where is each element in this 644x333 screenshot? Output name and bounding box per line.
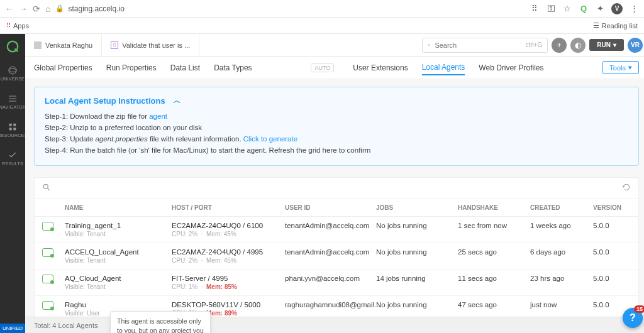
clock-button[interactable]: ◐ xyxy=(570,38,586,53)
svg-rect-7 xyxy=(13,128,16,130)
lock-icon: 🔒 xyxy=(55,4,64,13)
agent-resources: CPU: 1% · Mem: 85% xyxy=(172,283,285,290)
table-row[interactable]: Training_agent_1Visible: Tenant EC2AMAZ-… xyxy=(35,217,638,243)
agent-user: phani.yvn@accelq.com xyxy=(285,275,376,282)
chevron-down-icon: ▾ xyxy=(628,63,632,72)
apps-icon: ⠿ xyxy=(6,22,11,29)
table-search-icon[interactable] xyxy=(42,183,51,194)
tab-data-types[interactable]: Data Types xyxy=(214,61,252,75)
table-row[interactable]: AQ_Cloud_AgentVisible: Tenant FIT-Server… xyxy=(35,270,638,296)
reload-icon[interactable]: ⟳ xyxy=(33,4,40,14)
col-host[interactable]: HOST / PORT xyxy=(172,204,285,211)
svg-point-2 xyxy=(9,67,16,74)
bookmark-bar: ⠿ Apps ☰ Reading list xyxy=(0,18,644,34)
svg-rect-5 xyxy=(13,124,16,126)
table-row[interactable]: ACCELQ_Local_AgentVisible: Tenant EC2AMA… xyxy=(35,243,638,270)
run-button[interactable]: RUN▾ xyxy=(589,39,624,51)
tools-button[interactable]: Tools▾ xyxy=(602,61,639,74)
col-jobs[interactable]: JOBS xyxy=(376,204,458,211)
search-icon xyxy=(428,41,431,49)
rail-resources[interactable]: RESOURCES xyxy=(0,116,25,144)
agent-link[interactable]: agent xyxy=(149,112,167,120)
agent-name: Training_agent_1 xyxy=(65,222,172,229)
agent-handshake: 1 sec from now xyxy=(458,222,530,229)
global-search[interactable]: ctrl+G xyxy=(422,38,548,53)
resource-tabs: Global Properties Run Properties Data Li… xyxy=(25,57,644,79)
tab-local-agents[interactable]: Local Agents xyxy=(422,60,465,75)
rail-results[interactable]: RESULTS xyxy=(0,144,25,172)
agent-created: 6 days ago xyxy=(530,248,593,256)
grid-icon xyxy=(34,41,42,49)
agent-user: raghuraghamnudi08@gmail... xyxy=(285,301,376,308)
agent-user: tenantAdmin@accelq.com xyxy=(285,222,376,229)
agent-version: 5.0.0 xyxy=(593,301,631,308)
agent-jobs: No jobs running xyxy=(376,301,458,308)
help-button[interactable]: ? 15 xyxy=(623,308,643,328)
svg-line-11 xyxy=(48,188,50,190)
instruction-step-1: Step-1: Download the zip file for agent xyxy=(45,112,628,120)
forward-icon[interactable]: → xyxy=(19,4,28,14)
tab-run-props[interactable]: Run Properties xyxy=(106,61,157,75)
agents-table: NAME HOST / PORT USER ID JOBS HANDSHAKE … xyxy=(34,177,639,323)
url-text: staging.accelq.io xyxy=(68,4,124,13)
tab-data-list[interactable]: Data List xyxy=(170,61,200,75)
browser-toolbar: ← → ⟳ ⌂ 🔒 staging.accelq.io ⠿ ⚿ ☆ Q ✦ V … xyxy=(0,0,644,18)
svg-point-3 xyxy=(9,68,16,72)
search-shortcut: ctrl+G xyxy=(525,41,542,48)
tab-user-ext[interactable]: User Extensions xyxy=(353,61,408,75)
back-icon[interactable]: ← xyxy=(5,4,14,14)
agent-resources: CPU: 2% · Mem: 45% xyxy=(172,231,285,237)
profile-avatar[interactable]: V xyxy=(611,3,623,14)
workspace-tabs: Venkata Raghu S Validate that user is ..… xyxy=(25,34,644,57)
tab-global-props[interactable]: Global Properties xyxy=(34,61,92,75)
rail-universe[interactable]: UNIVERSE xyxy=(0,59,25,87)
tab-scenario[interactable]: S Validate that user is ... xyxy=(102,34,199,56)
generate-link[interactable]: Click to generate xyxy=(243,135,297,143)
star-icon[interactable]: ☆ xyxy=(562,4,572,14)
svg-line-9 xyxy=(430,45,430,46)
agent-version: 5.0.0 xyxy=(593,222,631,229)
agent-visibility: Visible: Tenant xyxy=(65,283,172,290)
col-hand[interactable]: HANDSHAKE xyxy=(458,204,530,211)
agent-resources: CPU: 2% · Mem: 45% xyxy=(172,257,285,264)
instruction-step-3: Step-3: Update agent.properties file wit… xyxy=(45,135,628,143)
agent-created: 23 hrs ago xyxy=(530,275,593,282)
search-input[interactable] xyxy=(435,41,521,49)
agent-status-icon xyxy=(42,248,53,257)
col-created[interactable]: CREATED xyxy=(530,204,593,211)
address-bar[interactable]: 🔒 staging.accelq.io xyxy=(55,4,525,13)
tab-user[interactable]: Venkata Raghu xyxy=(25,34,102,56)
col-user[interactable]: USER ID xyxy=(285,204,376,211)
q-ext-icon[interactable]: Q xyxy=(579,4,589,14)
apps-button[interactable]: ⠿ Apps xyxy=(6,22,29,30)
tab-webdriver[interactable]: Web Driver Profiles xyxy=(479,61,543,75)
user-avatar[interactable]: VR xyxy=(628,38,643,53)
menu-icon[interactable]: ⋮ xyxy=(629,4,639,14)
home-icon[interactable]: ⌂ xyxy=(45,4,50,14)
agent-version: 5.0.0 xyxy=(593,248,631,256)
reading-list-button[interactable]: ☰ Reading list xyxy=(593,21,638,30)
agent-jobs: No jobs running xyxy=(376,248,458,256)
rail-navigator[interactable]: NAVIGATOR xyxy=(0,87,25,116)
agent-version: 5.0.0 xyxy=(593,275,631,282)
agent-handshake: 25 secs ago xyxy=(458,248,530,256)
collapse-icon[interactable]: ︿ xyxy=(173,95,181,106)
app-logo[interactable] xyxy=(0,34,25,59)
visibility-tooltip: This agent is accessible only to you, bu… xyxy=(110,311,211,333)
col-ver[interactable]: VERSION xyxy=(593,204,631,211)
refresh-icon[interactable] xyxy=(622,183,631,194)
agent-status-icon xyxy=(42,275,53,283)
puzzle-icon[interactable]: ✦ xyxy=(595,4,605,14)
agent-visibility: Visible: Tenant xyxy=(65,257,172,264)
key-icon[interactable]: ⚿ xyxy=(546,4,556,14)
add-button[interactable]: + xyxy=(552,38,567,53)
col-name[interactable]: NAME xyxy=(65,204,172,211)
agent-handshake: 47 secs ago xyxy=(458,301,530,308)
svg-rect-4 xyxy=(9,124,12,126)
agent-name: AQ_Cloud_Agent xyxy=(65,275,172,282)
agent-status-icon xyxy=(42,222,53,231)
translate-icon[interactable]: ⠿ xyxy=(530,4,540,14)
agent-user: tenantAdmin@accelq.com xyxy=(285,248,376,256)
help-count-badge: 15 xyxy=(634,305,644,313)
agent-created: just now xyxy=(530,301,593,308)
